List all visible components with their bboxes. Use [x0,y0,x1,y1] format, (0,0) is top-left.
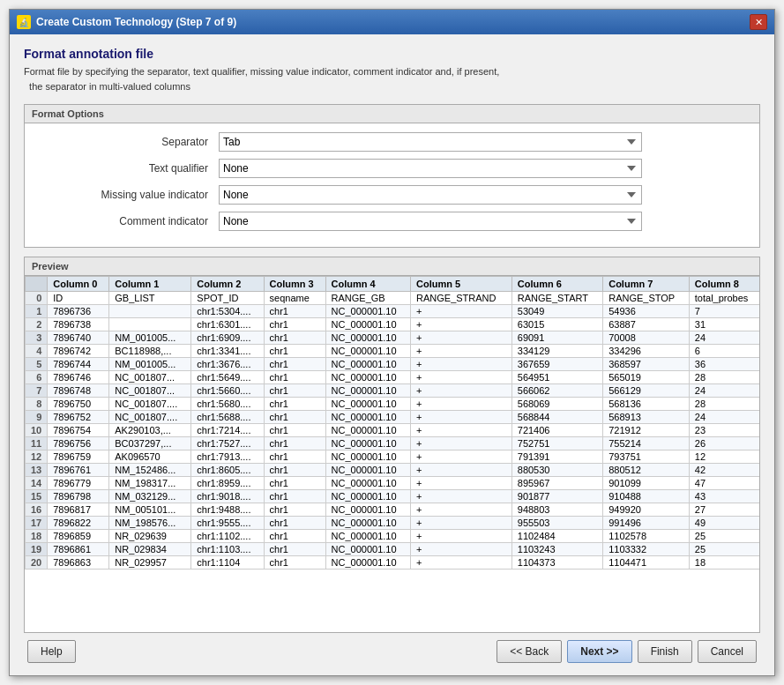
table-cell: NM_001005... [109,331,191,345]
table-row: 167896817NM_005101...chr1:9488....chr1NC… [26,503,760,517]
table-cell: 367659 [511,358,602,371]
table-cell: 42 [689,464,759,477]
table-cell: chr1 [264,318,325,331]
table-row: 107896754AK290103,...chr1:7214....chr1NC… [26,424,760,437]
table-cell: 7896798 [48,490,109,503]
comment-indicator-row: Comment indicator None [42,212,742,231]
table-cell: NC_001807.... [109,411,191,424]
row-number: 5 [26,358,48,371]
table-cell: chr1 [264,437,325,450]
footer-left: Help [27,640,76,663]
table-cell: chr1:5304.... [191,305,264,318]
row-number: 1 [26,305,48,318]
table-cell: chr1:9555.... [191,517,264,530]
table-cell: 23 [689,424,759,437]
main-window: 🔬 Create Custom Technology (Step 7 of 9)… [9,9,775,676]
page-title: Format annotation file [24,47,760,61]
format-options-section: Format Options Separator Tab Text qualif… [24,104,760,248]
row-number: 9 [26,411,48,424]
table-cell: NR_029639 [109,530,191,543]
app-icon: 🔬 [17,15,31,29]
table-cell: 991496 [603,517,690,530]
text-qualifier-row: Text qualifier None [42,159,742,178]
window-title: Create Custom Technology (Step 7 of 9) [36,16,236,28]
table-cell: 7896822 [48,517,109,530]
table-cell: 24 [689,331,759,345]
table-cell: chr1 [264,490,325,503]
table-cell: 721406 [511,424,602,437]
titlebar: 🔬 Create Custom Technology (Step 7 of 9)… [10,10,774,34]
table-cell: 7896746 [48,371,109,384]
table-cell: total_probes [689,292,759,305]
col-header-3: Column 3 [264,277,325,292]
table-cell: NC_000001.10 [325,464,410,477]
table-cell: 949920 [603,503,690,517]
table-cell: chr1:7527.... [191,437,264,450]
table-cell: 53049 [511,305,602,318]
close-button[interactable]: ✕ [750,14,767,30]
table-cell: + [411,358,512,371]
text-qualifier-select[interactable]: None [219,159,642,178]
back-button[interactable]: << Back [497,640,562,663]
format-options-body: Separator Tab Text qualifier None Missin… [25,123,759,247]
table-cell: chr1 [264,556,325,570]
next-button[interactable]: Next >> [567,640,631,663]
table-cell: + [411,503,512,517]
table-cell: chr1 [264,411,325,424]
separator-select[interactable]: Tab [219,132,642,152]
table-cell: 880530 [511,464,602,477]
footer-right: << Back Next >> Finish Cancel [497,640,757,663]
table-cell: 334296 [603,345,690,358]
table-cell: 568069 [511,398,602,411]
table-cell: 334129 [511,345,602,358]
help-button[interactable]: Help [27,640,76,663]
table-cell: 7896744 [48,358,109,371]
table-cell: + [411,331,512,345]
preview-table-container[interactable]: Column 0 Column 1 Column 2 Column 3 Colu… [25,276,759,632]
table-cell: chr1 [264,464,325,477]
table-cell: 24 [689,384,759,398]
table-cell: 7896756 [48,437,109,450]
table-cell: 7896863 [48,556,109,570]
separator-label: Separator [42,136,219,148]
col-header-5: Column 5 [411,277,512,292]
table-cell: 566129 [603,384,690,398]
table-header-row: Column 0 Column 1 Column 2 Column 3 Colu… [26,277,760,292]
table-row: 67896746NC_001807...chr1:5649....chr1NC_… [26,371,760,384]
finish-button[interactable]: Finish [638,640,692,663]
text-qualifier-label: Text qualifier [42,162,219,175]
table-row: 157896798NM_032129...chr1:9018....chr1NC… [26,490,760,503]
table-cell: chr1 [264,503,325,517]
table-cell: + [411,411,512,424]
table-cell: 69091 [511,331,602,345]
titlebar-left: 🔬 Create Custom Technology (Step 7 of 9) [17,15,236,29]
table-row: 27896738chr1:6301....chr1NC_000001.10+63… [26,318,760,331]
row-number: 14 [26,477,48,490]
table-cell: + [411,464,512,477]
table-cell: 880512 [603,464,690,477]
cancel-button[interactable]: Cancel [698,640,757,663]
table-row: 187896859NR_029639chr1:1102....chr1NC_00… [26,530,760,543]
table-cell: 49 [689,517,759,530]
table-cell: 70008 [603,331,690,345]
table-cell: 54936 [603,305,690,318]
footer: Help << Back Next >> Finish Cancel [24,633,760,666]
table-cell: chr1:3676.... [191,358,264,371]
col-header-8: Column 8 [689,277,759,292]
table-cell: NC_001807... [109,371,191,384]
table-cell: + [411,371,512,384]
table-cell: 31 [689,318,759,331]
table-cell: 7896859 [48,530,109,543]
missing-value-select[interactable]: None [219,185,642,205]
table-cell: chr1 [264,424,325,437]
table-cell: + [411,345,512,358]
table-cell: 24 [689,411,759,424]
table-cell: 7896759 [48,450,109,464]
table-cell: 26 [689,437,759,450]
table-row: 127896759AK096570chr1:7913....chr1NC_000… [26,450,760,464]
comment-indicator-select[interactable]: None [219,212,642,231]
table-cell: 564951 [511,371,602,384]
row-number: 20 [26,556,48,570]
table-row: 207896863NR_029957chr1:1104chr1NC_000001… [26,556,760,570]
table-cell: chr1 [264,543,325,556]
